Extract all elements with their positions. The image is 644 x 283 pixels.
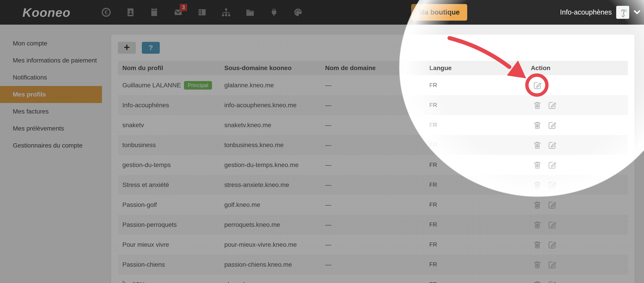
profile-name-cell: Info-acouphènes <box>122 102 169 109</box>
edit-icon[interactable] <box>548 200 557 210</box>
actions-cell <box>531 200 628 210</box>
profile-name-cell: Passion-golf <box>122 201 157 209</box>
my-shop-button[interactable]: Ma boutique <box>411 4 467 20</box>
column-header-4: Action <box>531 64 628 72</box>
domain-cell: — <box>325 82 429 89</box>
language-cell: FR <box>429 141 531 148</box>
subdomain-cell: oleron.kneo.me <box>224 281 325 283</box>
table-row-0: Guillaume LALANNEPrincipalglalanne.kneo.… <box>118 75 628 95</box>
subdomain-cell: glalanne.kneo.me <box>224 82 325 89</box>
subdomain-cell: gestion-du-temps.kneo.me <box>224 161 325 169</box>
add-profile-button[interactable]: + <box>118 42 136 54</box>
sidebar-item-5[interactable]: Mes prélèvements <box>0 120 102 137</box>
language-cell: FR <box>429 181 531 188</box>
column-header-3: Langue <box>429 64 531 72</box>
language-cell: FR <box>429 201 531 208</box>
edit-icon[interactable] <box>548 100 557 110</box>
edit-icon[interactable] <box>548 160 557 170</box>
table-header-row: Nom du profilSous-domaine kooneoNom de d… <box>118 61 628 75</box>
language-cell: FR <box>429 102 531 109</box>
delete-icon[interactable] <box>533 280 542 283</box>
edit-icon[interactable] <box>548 220 557 230</box>
box-icon[interactable] <box>149 7 159 17</box>
actions-cell <box>531 280 628 283</box>
table-row-8: Pour mieux vivrepour-mieux-vivre.kneo.me… <box>118 235 628 255</box>
edit-icon[interactable] <box>548 120 557 130</box>
profile-name-cell: Pour mieux vivre <box>122 241 169 248</box>
delete-icon[interactable] <box>533 200 542 210</box>
sidebar-item-0[interactable]: Mon compte <box>0 35 102 52</box>
plug-icon[interactable] <box>269 7 279 17</box>
layout-icon[interactable] <box>197 7 207 17</box>
delete-icon[interactable] <box>533 220 542 230</box>
edit-icon[interactable] <box>548 140 557 150</box>
top-navbar: Kooneo € 3 Ma boutique I <box>0 0 644 25</box>
help-button[interactable]: ? <box>142 42 160 54</box>
actions-cell <box>531 220 628 230</box>
folder-icon[interactable] <box>245 7 255 17</box>
table-row-4: gestion-du-tempsgestion-du-temps.kneo.me… <box>118 155 628 175</box>
subdomain-cell: info-acouphenes.kneo.me <box>224 102 325 109</box>
subdomain-cell: perroquets.kneo.me <box>224 221 325 228</box>
delete-icon[interactable] <box>533 100 542 110</box>
domain-cell: — <box>325 241 429 248</box>
delete-icon[interactable] <box>533 120 542 130</box>
actions-cell <box>531 140 628 150</box>
actions-cell <box>531 180 628 190</box>
subdomain-cell: pour-mieux-vivre.kneo.me <box>224 241 325 248</box>
table-row-1: Info-acouphènesinfo-acouphenes.kneo.me—F… <box>118 95 628 115</box>
language-cell: FR <box>429 261 531 268</box>
profiles-panel: + ? Nom du profilSous-domaine kooneoNom … <box>111 34 634 283</box>
profile-name-cell: Île d'Oléron <box>122 281 154 283</box>
edit-icon[interactable] <box>548 260 557 269</box>
subdomain-cell: passion-chiens.kneo.me <box>224 261 325 268</box>
profile-name-cell: Passion-chiens <box>122 261 165 268</box>
sidebar-item-2[interactable]: Notifications <box>0 69 102 86</box>
euro-icon[interactable]: € <box>101 7 111 17</box>
column-header-1: Sous-domaine kooneo <box>224 64 325 72</box>
avatar[interactable] <box>616 6 629 19</box>
delete-icon[interactable] <box>533 240 542 250</box>
profile-name-cell: snaketv <box>122 122 144 129</box>
palette-icon[interactable] <box>293 7 303 17</box>
language-cell: FR <box>429 221 531 228</box>
mail-icon[interactable]: 3 <box>173 7 183 17</box>
kooneo-logo[interactable]: Kooneo <box>22 5 70 20</box>
sidebar-item-4[interactable]: Mes factures <box>0 103 102 120</box>
edit-icon[interactable] <box>533 81 542 90</box>
sidebar-item-1[interactable]: Mes informations de paiement <box>0 52 102 69</box>
edit-icon[interactable] <box>548 180 557 190</box>
domain-cell: — <box>325 122 429 129</box>
sitemap-icon[interactable] <box>221 7 231 17</box>
profile-menu[interactable]: Info-acouphènes <box>560 0 640 25</box>
profile-name: Info-acouphènes <box>560 8 612 16</box>
language-cell: FR <box>429 82 531 89</box>
delete-icon[interactable] <box>533 260 542 269</box>
delete-icon[interactable] <box>533 180 542 190</box>
profile-name-cell: Guillaume LALANNE <box>122 82 181 89</box>
column-header-0: Nom du profil <box>122 64 224 72</box>
edit-icon[interactable] <box>548 240 557 250</box>
table-row-5: Stress et anxiétéstress-anxiete.kneo.me—… <box>118 175 628 195</box>
edit-icon[interactable] <box>548 280 557 283</box>
panel-toolbar: + ? <box>118 42 628 54</box>
table-row-10: Île d'Oléronoleron.kneo.me—FR <box>118 275 628 283</box>
language-cell: FR <box>429 241 531 248</box>
contacts-icon[interactable] <box>125 7 135 17</box>
actions-cell <box>531 100 628 110</box>
domain-cell: — <box>325 201 429 209</box>
profiles-table: Nom du profilSous-domaine kooneoNom de d… <box>118 61 628 283</box>
sidebar-item-3[interactable]: Mes profils <box>0 86 102 103</box>
profile-name-cell: Stress et anxiété <box>122 181 169 189</box>
subdomain-cell: golf.kneo.me <box>224 201 325 209</box>
chevron-down-icon[interactable] <box>634 10 640 15</box>
sidebar-nav: Mon compteMes informations de paiementNo… <box>0 25 102 154</box>
delete-icon[interactable] <box>533 160 542 170</box>
navbar-icon-menu: € 3 <box>101 7 303 17</box>
sidebar-item-6[interactable]: Gestionnaires du compte <box>0 137 102 154</box>
profile-name-cell: Passion-perroquets <box>122 221 177 228</box>
subdomain-cell: snaketv.kneo.me <box>224 122 325 129</box>
actions-cell <box>531 260 628 269</box>
delete-icon[interactable] <box>533 140 542 150</box>
table-row-2: snaketvsnaketv.kneo.me—FR <box>118 115 628 135</box>
